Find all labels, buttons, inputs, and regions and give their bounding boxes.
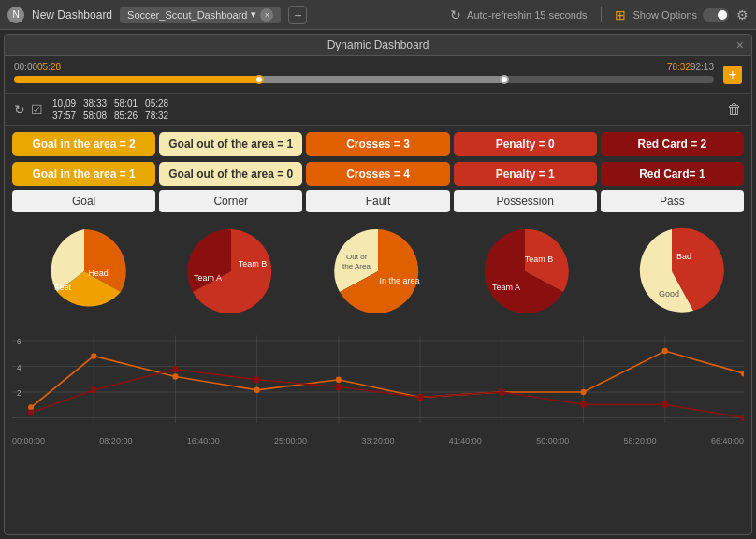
linechart: 6 4 2 xyxy=(12,330,744,433)
stat-cards-row1: Goal in the area = 2 Goal out of the are… xyxy=(5,126,751,160)
auto-refresh-status: ↻ Auto-refreshin 15 seconds xyxy=(450,7,587,22)
svg-text:Good: Good xyxy=(659,289,679,299)
x-label-1: 08:20:00 xyxy=(99,436,132,445)
stat-card-penalty-1: Penalty = 1 xyxy=(454,162,597,186)
svg-rect-42 xyxy=(499,389,504,396)
timeline-end: 92:13 xyxy=(691,62,714,72)
svg-text:Feet: Feet xyxy=(54,283,72,292)
svg-point-28 xyxy=(172,373,178,380)
svg-point-27 xyxy=(91,353,96,359)
tab-label: Soccer_Scout_Dashboard xyxy=(127,9,247,21)
svg-point-34 xyxy=(662,348,668,355)
x-label-3: 25:00:00 xyxy=(274,436,307,445)
tab-close-button[interactable]: × xyxy=(260,8,273,22)
possession-chart: Team B Team A xyxy=(454,220,597,323)
timeline-thumb-right[interactable] xyxy=(500,75,509,84)
titlebar: N New Dashboard Soccer_Scout_Dashboard ▾… xyxy=(0,0,756,30)
x-label-2: 16:40:00 xyxy=(187,436,220,445)
settings-icon[interactable]: ⚙ xyxy=(736,7,749,22)
stat-card-crosses-3: Crosses = 3 xyxy=(306,132,449,156)
stat-card-goal-out-0: Goal out of the area = 0 xyxy=(159,162,302,186)
time-tag-2: 38:3358:08 xyxy=(83,97,107,122)
stat-card-goal-area-1: Goal in the area = 1 xyxy=(12,162,155,186)
stat-card-goal-area-2: Goal in the area = 2 xyxy=(12,132,155,156)
svg-rect-38 xyxy=(172,367,178,373)
timeline-track[interactable] xyxy=(14,76,714,83)
svg-text:2: 2 xyxy=(17,388,22,398)
timeline-thumb-left[interactable] xyxy=(254,75,264,84)
refresh-icon[interactable]: ↻ xyxy=(450,7,461,22)
x-label-4: 33:20:00 xyxy=(361,436,394,445)
svg-text:6: 6 xyxy=(17,337,22,346)
goal-chart: Feet Head xyxy=(12,220,155,323)
show-options-section: Show Options xyxy=(633,8,729,22)
corner-chart: Team A Team B xyxy=(159,220,302,323)
stat-card-goal-out-1: Goal out of the area = 1 xyxy=(159,132,302,156)
x-label-0: 00:00:00 xyxy=(12,436,45,445)
svg-text:4: 4 xyxy=(17,363,22,372)
svg-text:Bad: Bad xyxy=(676,252,691,261)
fault-chart: Out of the Area In the area xyxy=(306,220,449,323)
layout-icon[interactable]: ⊞ xyxy=(615,7,626,22)
tab-pass[interactable]: Pass xyxy=(601,190,744,212)
timeline-add-button[interactable]: + xyxy=(723,66,742,84)
timeline-start: 00:00 xyxy=(14,62,37,72)
dashboard-header: Dynamic Dashboard × xyxy=(5,35,751,56)
tab-dropdown-icon[interactable]: ▾ xyxy=(251,8,256,21)
svg-rect-40 xyxy=(336,384,342,390)
app-logo: N xyxy=(7,7,24,23)
stat-card-redcard-2: Red Card = 2 xyxy=(601,132,744,156)
dashboard-close-button[interactable]: × xyxy=(736,37,744,52)
svg-rect-37 xyxy=(91,387,96,394)
delete-button[interactable]: 🗑 xyxy=(727,101,742,118)
timeline-fill-left xyxy=(14,76,259,83)
x-label-6: 50:00:00 xyxy=(536,436,569,445)
x-label-5: 41:40:00 xyxy=(449,436,482,445)
svg-text:the Area: the Area xyxy=(342,262,371,270)
charts-row: Feet Head Team A Team B Out of xyxy=(5,216,751,327)
svg-text:Team B: Team B xyxy=(239,259,268,269)
stat-cards-row2: Goal in the area = 1 Goal out of the are… xyxy=(5,160,751,190)
controls-row: ↻ ☑ 10,0937:57 38:3358:08 58:0185:26 05:… xyxy=(5,94,751,126)
show-options-label: Show Options xyxy=(633,9,697,21)
x-label-7: 58:20:00 xyxy=(624,436,657,445)
check-control-icon[interactable]: ☑ xyxy=(31,102,43,117)
svg-point-29 xyxy=(254,387,260,394)
svg-text:Team B: Team B xyxy=(525,255,554,264)
tab-corner[interactable]: Corner xyxy=(159,190,302,212)
x-label-8: 66:40:00 xyxy=(711,436,744,445)
timeline-fill-mid xyxy=(259,76,504,83)
svg-text:In the area: In the area xyxy=(379,276,419,285)
dashboard-title: Dynamic Dashboard xyxy=(327,38,429,51)
add-tab-button[interactable]: + xyxy=(288,6,307,24)
tab-fault[interactable]: Fault xyxy=(306,190,449,212)
stat-card-redcard-1: Red Card= 1 xyxy=(601,162,744,186)
time-tag-1: 10,0937:57 xyxy=(52,97,76,122)
time-tag-4: 05:2878:32 xyxy=(145,97,168,122)
svg-text:Team A: Team A xyxy=(194,273,222,283)
svg-text:Head: Head xyxy=(88,269,109,278)
svg-point-33 xyxy=(581,389,587,396)
dashboard-panel: Dynamic Dashboard × 00:00 05:28 78:32 92… xyxy=(4,34,752,535)
x-axis-labels: 00:00:00 08:20:00 16:40:00 25:00:00 33:2… xyxy=(5,436,751,445)
svg-rect-36 xyxy=(28,410,34,416)
timeline-section: 00:00 05:28 78:32 92:13 + xyxy=(5,56,751,94)
tab-goal[interactable]: Goal xyxy=(12,190,155,212)
stat-card-crosses-4: Crosses = 4 xyxy=(306,162,449,186)
show-options-toggle[interactable] xyxy=(703,8,729,22)
timeline-current1: 05:28 xyxy=(37,62,61,72)
auto-refresh-label: Auto-refreshin 15 seconds xyxy=(467,9,587,21)
chart-tabs: Goal Corner Fault Possession Pass xyxy=(5,190,751,216)
svg-point-30 xyxy=(336,377,342,384)
linechart-section: 6 4 2 xyxy=(5,327,751,436)
stat-card-penalty-0: Penalty = 0 xyxy=(454,132,597,156)
pass-chart: Bad Good xyxy=(601,220,744,323)
refresh-control-icon[interactable]: ↻ xyxy=(14,102,25,117)
tab-pill[interactable]: Soccer_Scout_Dashboard ▾ × xyxy=(120,7,281,23)
svg-text:Out of: Out of xyxy=(346,253,368,261)
svg-rect-43 xyxy=(581,401,587,408)
tab-possession[interactable]: Possession xyxy=(454,190,597,212)
svg-rect-45 xyxy=(741,415,744,421)
timeline-current2: 78:32 xyxy=(667,62,691,72)
app-title: New Dashboard xyxy=(32,8,112,22)
